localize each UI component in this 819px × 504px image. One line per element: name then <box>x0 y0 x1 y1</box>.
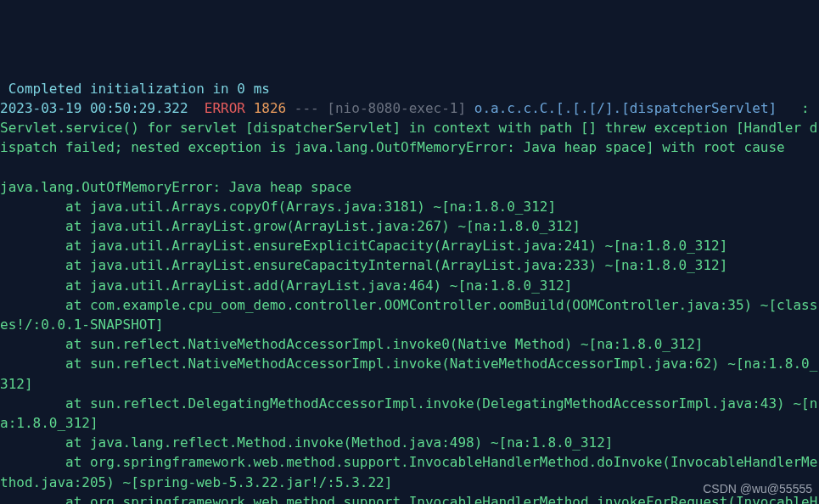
log-logger: o.a.c.c.C.[.[.[/].[dispatcherServlet] <box>474 100 777 116</box>
stack-frame: at sun.reflect.DelegatingMethodAccessorI… <box>0 395 817 431</box>
log-thread: [nio-8080-exec-1] <box>327 100 466 116</box>
log-colon: : <box>777 100 810 116</box>
stack-frame: at org.springframework.web.method.suppor… <box>0 494 817 504</box>
watermark-text: CSDN @wu@55555 <box>703 480 812 497</box>
log-timestamp: 2023-03-19 00:50:29.322 <box>0 100 188 116</box>
log-pid: 1826 <box>254 100 287 116</box>
stack-frame: at java.util.ArrayList.add(ArrayList.jav… <box>0 277 572 294</box>
stack-frame: at org.springframework.web.method.suppor… <box>0 454 817 490</box>
stack-frame: at java.util.ArrayList.ensureCapacityInt… <box>0 257 727 273</box>
log-separator: --- <box>286 100 327 116</box>
log-output: Completed initialization in 0 ms 2023-03… <box>0 79 819 504</box>
stack-frame: at sun.reflect.NativeMethodAccessorImpl.… <box>0 336 703 352</box>
stack-frame: at com.example.cpu_oom_demo.controller.O… <box>0 297 817 333</box>
init-message: Completed initialization in 0 ms <box>0 81 270 97</box>
stack-frame: at java.util.ArrayList.ensureExplicitCap… <box>0 238 727 254</box>
stack-frame: at sun.reflect.NativeMethodAccessorImpl.… <box>0 356 817 391</box>
stack-frame: at java.lang.reflect.Method.invoke(Metho… <box>0 434 613 451</box>
stack-frame: at java.util.ArrayList.grow(ArrayList.ja… <box>0 218 581 234</box>
stack-frame: at java.util.Arrays.copyOf(Arrays.java:3… <box>0 199 556 215</box>
log-level: ERROR <box>205 100 245 116</box>
exception-line: java.lang.OutOfMemoryError: Java heap sp… <box>0 179 351 195</box>
